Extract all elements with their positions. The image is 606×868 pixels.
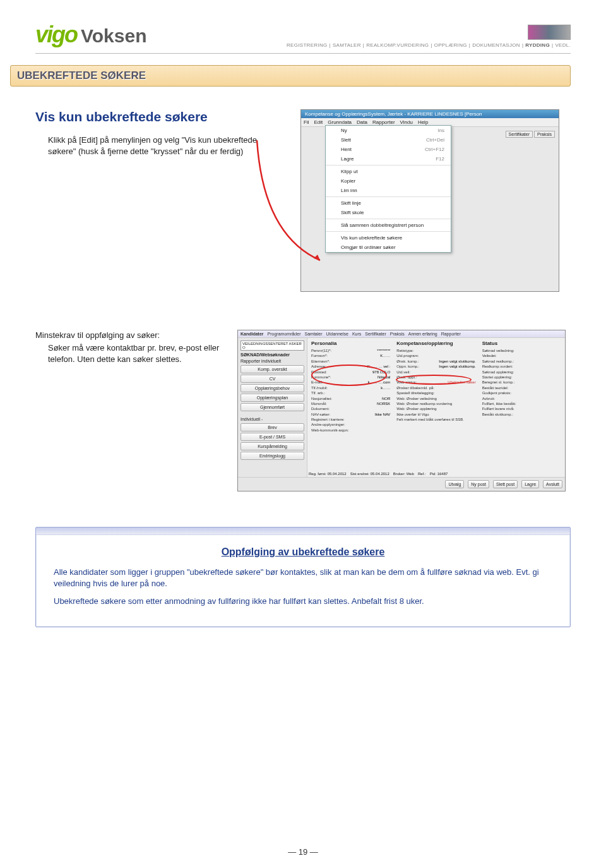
form-row: Ønsker tilbakemld. på: xyxy=(396,385,475,390)
panel-button[interactable]: Brev xyxy=(241,423,304,431)
org-dropdown[interactable]: VEILEDNINGSSENTERET ASKER O xyxy=(241,341,304,351)
form-row: Søknad realkomp.: xyxy=(482,359,561,364)
dropdown-item[interactable]: Skift linje xyxy=(326,198,451,208)
menu-item[interactable]: Vindu xyxy=(400,119,413,125)
form-row: Persnr(11)*:********* xyxy=(311,348,390,353)
dropdown-item[interactable]: Lim inn xyxy=(326,186,451,195)
footer-info-item: Pid: 16487 xyxy=(430,472,448,476)
form-row: Bestått sluttkomp.: xyxy=(482,412,561,417)
minstekrav-text: Søker må være kontaktbar pr. brev, e-pos… xyxy=(48,342,225,365)
dropdown-item[interactable]: Vis kun ubekreftede søkere xyxy=(326,233,451,243)
menu-item[interactable]: Data xyxy=(357,119,367,125)
form-row: Utd.veil: xyxy=(396,370,475,375)
dropdown-item[interactable]: Kopier xyxy=(326,176,451,186)
dropdown-item[interactable]: Omgjør til ordinær søker xyxy=(326,243,451,252)
form-row: Tlf. arb.: xyxy=(311,390,390,395)
form-row: Web-status:Ubekreftet søker xyxy=(396,380,475,385)
menu-item[interactable]: Fil xyxy=(304,119,309,125)
footer-button[interactable]: Avslutt xyxy=(543,480,562,488)
panel-button[interactable]: CV xyxy=(241,375,304,383)
form-row: Søknad opplæring: xyxy=(482,370,561,375)
form-row: Fornavn*:K…… xyxy=(311,353,390,358)
rapporter-label: Rapporter individuelt xyxy=(241,359,304,363)
form-row: Beregnet sl. komp.: xyxy=(482,380,561,385)
brand-image xyxy=(528,25,571,40)
dropdown-item[interactable]: HentCtrl+F12 xyxy=(326,145,451,154)
form-row: Avbrutt: xyxy=(482,396,561,401)
panel-button[interactable]: Opplæringsbehov xyxy=(241,384,304,392)
tab[interactable]: Samtaler xyxy=(304,332,322,336)
footer-button[interactable]: Slett post xyxy=(493,480,518,488)
dropdown-item[interactable]: SlettCtrl+Del xyxy=(326,135,451,145)
edit-dropdown: NyInsSlettCtrl+DelHentCtrl+F12LagreF12Kl… xyxy=(325,125,451,253)
form-row: Morsmål:NORSK xyxy=(311,401,390,406)
tab[interactable]: Kandidater xyxy=(241,332,264,336)
form-row: Web: Ønsker opplæring xyxy=(396,406,475,411)
tab[interactable]: Utdannelse xyxy=(326,332,348,336)
footer-button[interactable]: Lagre xyxy=(521,480,539,488)
dropdown-item[interactable]: NyIns xyxy=(326,126,451,135)
tab[interactable]: Rapporter xyxy=(441,332,461,336)
dropdown-item[interactable]: Klipp ut xyxy=(326,167,451,176)
panel-button[interactable]: Komp. oversikt xyxy=(241,365,304,373)
tab-sertifikater[interactable]: Sertifikater xyxy=(506,131,533,138)
callout-p1: Alle kandidater som ligger i gruppen "ub… xyxy=(54,567,552,589)
form-row: Ikke overfør til Vigo xyxy=(396,412,475,417)
form-row: Utd.program: xyxy=(396,353,475,358)
logo: vigo Voksen xyxy=(35,21,147,48)
form-row: Web-kommunik-asjon: xyxy=(311,428,390,433)
tab[interactable]: Sertifikater xyxy=(365,332,386,336)
tab[interactable]: Kurs xyxy=(352,332,361,336)
page-number: — 19 — xyxy=(0,847,606,857)
menu-item[interactable]: Grunndata xyxy=(328,119,352,125)
form-row: Felt markert med blått overføres til SSB… xyxy=(396,417,475,422)
form-row: Veiledet: xyxy=(482,353,561,358)
left-panel: VEILEDNINGSSENTERET ASKER O SØKNAD/Websø… xyxy=(238,338,307,477)
form-row: Søknad veiledning: xyxy=(482,348,561,353)
tab[interactable]: Annen erfaring xyxy=(408,332,437,336)
menu-item[interactable]: Edit xyxy=(314,119,323,125)
footer-info-item: Sist endret: 05.04.2012 xyxy=(350,472,389,476)
footer-button[interactable]: Ny post xyxy=(468,480,489,488)
section-title-bar: UBEKREFTEDE SØKERE xyxy=(10,65,571,87)
footer-button[interactable]: Utvalg xyxy=(445,480,464,488)
footer-info-item: Reg. først: 05.04.2012 xyxy=(309,472,347,476)
form-row: Bestått teoridel: xyxy=(482,385,561,390)
dropdown-item[interactable]: Slå sammen dobbeltregistrert person xyxy=(326,220,451,230)
form-row: Fullført, ikke bestått: xyxy=(482,401,561,406)
panel-button[interactable]: Opplæringsplan xyxy=(241,394,304,402)
panel-button[interactable]: Endringslogg xyxy=(241,452,304,460)
breadcrumb-item: SAMTALER xyxy=(333,42,361,48)
form-row: Etternavn*: xyxy=(311,359,390,364)
form-row: Poststed:978 OSLO xyxy=(311,370,390,375)
panel-button[interactable]: E-post / SMS xyxy=(241,433,304,441)
tab-praksis[interactable]: Praksis xyxy=(534,131,555,138)
panel-button[interactable]: Gjennomført xyxy=(241,403,304,411)
form-row: Andre-opplysninger: xyxy=(311,422,390,427)
form-row: Godkjent praksis: xyxy=(482,390,561,395)
tab[interactable]: Praksis xyxy=(390,332,405,336)
menu-item[interactable]: Help xyxy=(418,119,428,125)
form-row: Web: Ønsker realkomp.vurdering xyxy=(396,401,475,406)
intro-paragraph: Klikk på [Edit] på menylinjen og velg "V… xyxy=(48,135,275,157)
form-row: Tlf./mobil:k…… xyxy=(311,385,390,390)
form-row: Ønsk. komp.:Ingen valgt sluttkomp. xyxy=(396,359,475,364)
col-kompetanse: Kompetanse/opplæring xyxy=(396,341,475,346)
form-row: E-mail:k…… ….com xyxy=(311,380,390,385)
breadcrumb-item: VEDL. xyxy=(555,42,571,48)
footer-info-item: Bruker: Web xyxy=(393,472,414,476)
tab[interactable]: Programområder xyxy=(268,332,301,336)
screenshot-kandidater: KandidaterProgramområderSamtalerUtdannel… xyxy=(237,330,566,491)
col-status: Status xyxy=(482,341,561,346)
footer-info-item: Ref.: xyxy=(418,472,426,476)
breadcrumb: REGISTRERING | SAMTALER | REALKOMP.VURDE… xyxy=(287,42,571,48)
footer-buttons: UtvalgNy postSlett postLagreAvslutt xyxy=(238,477,565,491)
panel-button[interactable]: Kurspåmelding xyxy=(241,442,304,450)
form-row: Startet opplæring: xyxy=(482,375,561,380)
menu-item[interactable]: Rapporter xyxy=(372,119,395,125)
dropdown-item[interactable]: Skift skole xyxy=(326,208,451,217)
individuell-label: Individuell - xyxy=(241,417,304,421)
form-row: Rettstype: xyxy=(396,348,475,353)
dropdown-item[interactable]: LagreF12 xyxy=(326,154,451,164)
minstekrav-heading: Minstekrav til oppfølging av søker: xyxy=(35,330,225,341)
